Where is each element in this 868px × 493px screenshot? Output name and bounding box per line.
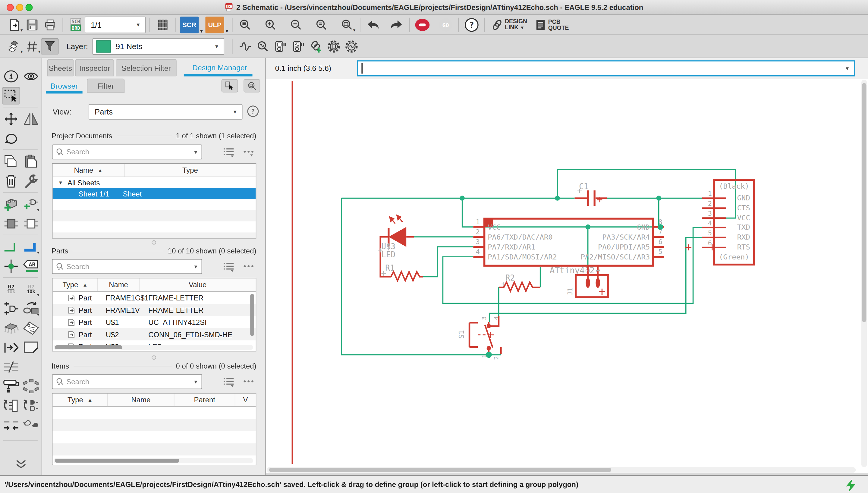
copy-button[interactable] <box>2 153 20 171</box>
items-more-button[interactable] <box>240 375 257 388</box>
zoom-out-button[interactable] <box>287 16 305 33</box>
design-link-button[interactable]: DESIGNLINK ▼ <box>492 18 527 31</box>
tab-sheets[interactable]: Sheets <box>47 59 73 77</box>
add-device-button[interactable]: ▾ <box>22 195 40 213</box>
project-documents-more-button[interactable] <box>240 146 257 159</box>
undo-button[interactable] <box>364 16 382 33</box>
go-button[interactable]: GO <box>437 16 455 33</box>
canvas-vertical-scrollbar[interactable] <box>861 80 867 467</box>
show-button[interactable] <box>22 67 40 85</box>
add-link-button[interactable] <box>307 38 325 55</box>
value-button[interactable]: R210k ▾ <box>22 281 40 298</box>
command-line[interactable]: ▼ <box>357 60 855 76</box>
module-edit-button[interactable] <box>22 215 40 233</box>
part-row[interactable]: Part U$2 CONN_06_FTDI-SMD-HE <box>52 328 256 340</box>
pick-select-button[interactable] <box>221 79 238 92</box>
column-header-value[interactable]: Value <box>139 278 256 291</box>
tab-selection-filter[interactable]: Selection Filter <box>116 59 177 77</box>
zoom-select-button[interactable] <box>313 16 331 33</box>
column-header-value[interactable]: V <box>235 393 256 406</box>
view-dropdown[interactable]: Parts ▼ <box>89 104 243 119</box>
column-header-name[interactable]: Name▲ <box>52 164 125 177</box>
part-row[interactable]: Part FRAME1V FRAME-LETTER <box>52 304 256 316</box>
trim-wire-button[interactable] <box>2 416 20 434</box>
mirror-button[interactable] <box>22 110 40 128</box>
canvas-horizontal-scrollbar[interactable] <box>267 467 855 472</box>
canvas-hscroll-thumb[interactable] <box>269 468 611 472</box>
paint-button[interactable] <box>2 378 20 395</box>
info-button[interactable]: i <box>2 67 20 85</box>
redo-button[interactable] <box>388 16 405 33</box>
layer-dropdown[interactable]: 91 Nets ▼ <box>92 38 224 55</box>
split-button[interactable] <box>2 358 20 376</box>
items-horizontal-scrollbar[interactable] <box>53 458 253 464</box>
filter-button[interactable] <box>41 38 59 55</box>
column-header-parent[interactable]: Parent <box>174 393 235 406</box>
subtab-browser[interactable]: Browser <box>46 79 82 93</box>
items-search-input[interactable] <box>66 378 193 386</box>
simulate-button[interactable] <box>236 38 254 55</box>
led-u3[interactable]: U$3 LED <box>378 215 414 277</box>
command-input[interactable] <box>362 64 854 72</box>
voltmeter-button[interactable] <box>272 38 290 55</box>
parts-vertical-scrollbar[interactable] <box>250 294 254 336</box>
subtab-filter[interactable]: Filter <box>87 79 125 93</box>
miter-button[interactable] <box>2 319 20 337</box>
array-button[interactable] <box>22 378 40 395</box>
part-row[interactable]: Part FRAME1G$1 FRAME-LETTER <box>52 292 256 304</box>
switch-s1[interactable]: S1 3 4 1 2 <box>457 316 501 360</box>
parts-search[interactable]: ▼ <box>52 259 202 274</box>
switch-sch-brd-button[interactable]: SCH BRD <box>67 16 85 33</box>
paste-button[interactable] <box>22 153 40 171</box>
column-header-type[interactable]: Type <box>125 164 256 177</box>
capacitor-c1[interactable]: C1 <box>575 182 607 206</box>
delete-button[interactable] <box>2 172 20 190</box>
parts-list-button[interactable] <box>220 260 237 273</box>
project-documents-list-button[interactable] <box>220 146 237 159</box>
name-button[interactable]: R210k <box>2 281 20 298</box>
rotate-button[interactable] <box>2 130 20 147</box>
connector-ftdi[interactable]: 1 2 3 4 5 6 (Black) GND CTS VCC TXD RXD … <box>685 180 754 264</box>
group-select-button[interactable] <box>2 87 20 105</box>
parts-search-input[interactable] <box>66 262 193 271</box>
add-part-button[interactable] <box>2 195 20 213</box>
module-replace-button[interactable] <box>2 215 20 233</box>
net-button[interactable] <box>2 238 20 256</box>
resistor-r1[interactable]: R1 <box>382 263 423 281</box>
sheet-selector-dropdown[interactable]: 1/1 ▼ <box>85 16 146 33</box>
simulation-settings-button[interactable] <box>343 38 361 55</box>
collapse-palette-button[interactable] <box>12 456 30 473</box>
junction-button[interactable] <box>2 257 20 275</box>
label-button[interactable]: AB <box>22 257 40 275</box>
join-gate-button[interactable] <box>22 416 40 434</box>
help-button[interactable]: ? <box>463 16 481 33</box>
section-splitter-handle[interactable] <box>152 240 156 245</box>
grid-button[interactable]: ▾ <box>23 38 41 55</box>
library-button[interactable] <box>154 16 172 33</box>
move-button[interactable] <box>2 110 20 128</box>
zoom-fit-button[interactable] <box>236 16 254 33</box>
zoom-selection-button[interactable] <box>243 79 260 92</box>
save-button[interactable] <box>23 16 41 33</box>
column-header-name[interactable]: Name <box>108 393 174 406</box>
oscilloscope-button[interactable] <box>289 38 307 55</box>
column-header-name[interactable]: Name <box>98 278 139 291</box>
tree-expander-icon[interactable]: ▼ <box>58 180 63 185</box>
dimension-button[interactable] <box>22 339 40 357</box>
minimize-window-button[interactable] <box>16 4 23 11</box>
print-button[interactable] <box>41 16 59 33</box>
gate-swap-button[interactable] <box>22 397 40 415</box>
project-documents-search-input[interactable] <box>66 148 193 156</box>
bus-button[interactable]: ▾ <box>22 238 40 256</box>
layer-settings-button[interactable]: ▾ <box>5 38 23 55</box>
column-header-type[interactable]: Type▲ <box>52 393 108 406</box>
parts-more-button[interactable] <box>240 260 257 273</box>
tree-group-row[interactable]: ▼ All Sheets <box>52 177 256 188</box>
parts-horizontal-scrollbar[interactable] <box>53 345 253 350</box>
maximize-window-button[interactable] <box>25 4 32 11</box>
items-list-button[interactable] <box>220 375 237 388</box>
attribute-button[interactable] <box>22 319 40 337</box>
spice-settings-button[interactable] <box>325 38 343 55</box>
next-gate-button[interactable] <box>2 339 20 357</box>
zoom-redraw-button[interactable]: ▾ <box>338 16 356 33</box>
